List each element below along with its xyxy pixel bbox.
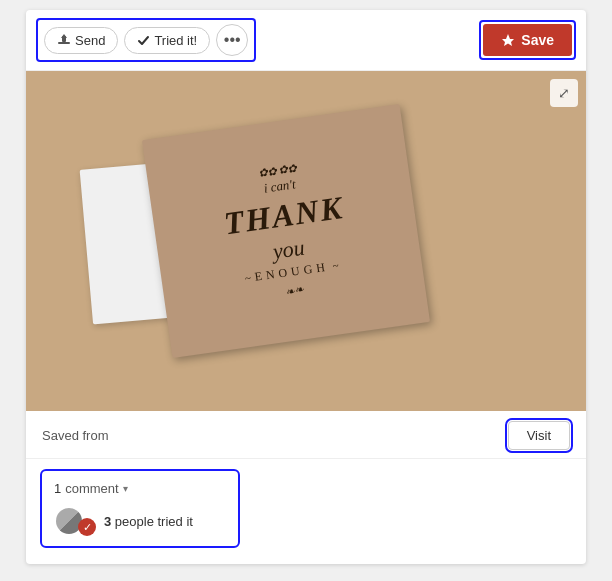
toolbar-left-group: Send Tried it! ••• [36,18,256,62]
save-label: Save [521,32,554,48]
save-btn-wrapper: Save [479,20,576,60]
visit-button[interactable]: Visit [508,421,570,450]
send-label: Send [75,33,105,48]
chevron-down-icon: ▾ [123,483,128,494]
comment-count: 1 [54,481,61,496]
expand-button[interactable]: ⤢ [550,79,578,107]
comment-count-label: comment [65,481,118,496]
avatar-group: ✓ [54,506,96,536]
comments-area: 1 comment ▾ ✓ 3 people tried it [26,459,586,564]
check-icon [137,34,150,47]
more-icon: ••• [224,31,241,49]
send-icon [57,33,71,47]
svg-marker-2 [61,34,67,38]
tried-label: Tried it! [154,33,197,48]
people-tried-count: 3 [104,514,111,529]
people-tried-text: 3 people tried it [104,514,193,529]
saved-from-row: Saved from Visit [26,411,586,459]
visit-label: Visit [527,428,551,443]
more-button[interactable]: ••• [216,24,248,56]
card-visual: ✿✿ ✿✿ i can't THANK you ~ ENOUGH ~ ❧❧ [26,71,586,411]
pin-card: Send Tried it! ••• Save [26,10,586,564]
pin-image-container: ✿✿ ✿✿ i can't THANK you ~ ENOUGH ~ ❧❧ ⤢ [26,71,586,411]
card-text-content: ✿✿ ✿✿ i can't THANK you ~ ENOUGH ~ ❧❧ [206,144,366,317]
people-tried-row: ✓ 3 people tried it [54,506,226,536]
greeting-card-visual: ✿✿ ✿✿ i can't THANK you ~ ENOUGH ~ ❧❧ [142,104,430,358]
send-button[interactable]: Send [44,27,118,54]
comment-toggle[interactable]: 1 comment ▾ [54,481,226,496]
saved-from-label: Saved from [42,428,108,443]
tried-check-icon: ✓ [78,518,96,536]
comments-box: 1 comment ▾ ✓ 3 people tried it [40,469,240,548]
pin-icon [501,33,515,47]
toolbar: Send Tried it! ••• Save [26,10,586,71]
tried-it-button[interactable]: Tried it! [124,27,210,54]
svg-rect-0 [58,42,70,44]
people-tried-label: people tried it [115,514,193,529]
expand-icon: ⤢ [558,85,570,101]
save-button[interactable]: Save [483,24,572,56]
